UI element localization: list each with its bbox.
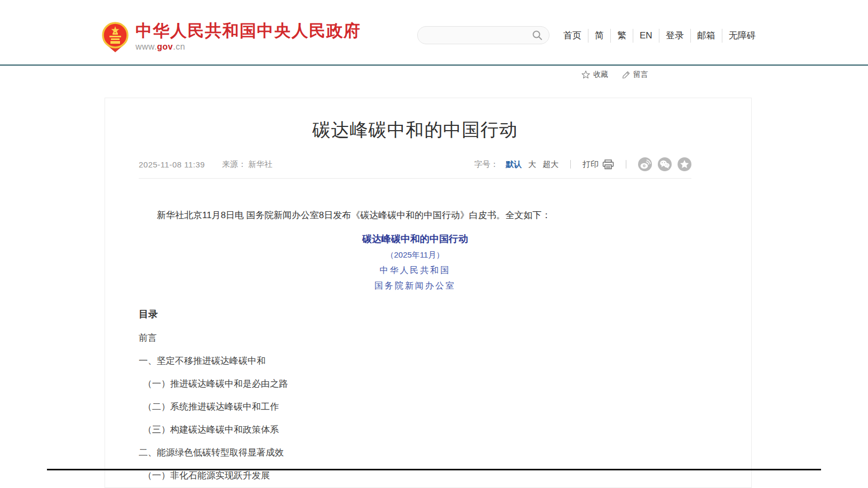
toc-item: 一、坚定不移推进碳达峰碳中和 xyxy=(139,356,691,366)
share-favorite-button[interactable] xyxy=(678,157,691,171)
fontsize-large-button[interactable]: 大 xyxy=(528,159,536,170)
document-title: 碳达峰碳中和的中国行动 xyxy=(139,231,691,247)
top-nav: 首页 简 繁 EN 登录 邮箱 无障碍 xyxy=(557,29,762,43)
nav-link[interactable]: 邮箱 xyxy=(690,29,722,43)
publish-date: 2025-11-08 11:39 xyxy=(139,160,205,169)
fontsize-default-button[interactable]: 默认 xyxy=(506,159,522,170)
site-logo[interactable]: 中华人民共和国中央人民政府 www.gov.cn xyxy=(101,21,361,52)
star-outline-icon xyxy=(582,70,590,79)
nav-link[interactable]: EN xyxy=(633,29,659,43)
search-icon[interactable] xyxy=(531,29,544,42)
page-title: 碳达峰碳中和的中国行动 xyxy=(139,118,691,141)
share-wechat-button[interactable] xyxy=(658,157,672,171)
search-input[interactable] xyxy=(426,31,531,39)
fontsize-xlarge-button[interactable]: 超大 xyxy=(543,159,559,170)
document-heading: 碳达峰碳中和的中国行动 （2025年11月） 中华人民共和国 国务院新闻办公室 xyxy=(139,231,691,293)
site-url-www: www. xyxy=(136,42,157,51)
source-value[interactable]: 新华社 xyxy=(248,159,272,169)
toc-item: （一）非化石能源实现跃升发展 xyxy=(139,470,691,481)
document-org-line2: 国务院新闻办公室 xyxy=(139,278,691,293)
site-url-cn: .cn xyxy=(173,42,185,51)
comment-label: 留言 xyxy=(633,70,648,79)
nav-link[interactable]: 登录 xyxy=(659,29,690,43)
document-org-line1: 中华人民共和国 xyxy=(139,262,691,278)
search-box[interactable] xyxy=(417,26,550,44)
toc-item: （三）构建碳达峰碳中和政策体系 xyxy=(139,425,691,435)
toc-heading: 目录 xyxy=(139,308,691,321)
favorite-label: 收藏 xyxy=(593,70,608,79)
share-weibo-button[interactable] xyxy=(638,157,652,171)
national-emblem-icon xyxy=(101,21,129,52)
site-title: 中华人民共和国中央人民政府 xyxy=(136,21,361,41)
wechat-icon xyxy=(658,157,672,171)
divider xyxy=(626,160,626,169)
article-card: 碳达峰碳中和的中国行动 2025-11-08 11:39 来源： 新华社 字号：… xyxy=(105,98,752,488)
favorite-button[interactable]: 收藏 xyxy=(582,70,608,79)
fontsize-label: 字号： xyxy=(474,159,498,170)
source: 来源： 新华社 xyxy=(222,159,272,170)
article-meta: 2025-11-08 11:39 来源： 新华社 字号： 默认 大 超大 打印 xyxy=(139,157,691,179)
pencil-icon xyxy=(622,71,630,79)
toc-item: 前言 xyxy=(139,333,691,343)
fontsize-controls: 默认 大 超大 xyxy=(506,159,559,170)
nav-link[interactable]: 无障碍 xyxy=(722,29,762,43)
site-header: 中华人民共和国中央人民政府 www.gov.cn 首页 简 繁 EN 登录 xyxy=(0,0,868,65)
divider xyxy=(570,160,571,169)
nav-link[interactable]: 繁 xyxy=(610,29,633,43)
toc-list: 前言 一、坚定不移推进碳达峰碳中和 （一）推进碳达峰碳中和是必由之路 （二）系统… xyxy=(139,333,691,481)
printer-icon xyxy=(602,159,614,170)
article-actions: 收藏 留言 xyxy=(582,70,648,79)
document-date: （2025年11月） xyxy=(139,247,691,262)
print-label: 打印 xyxy=(583,159,599,170)
comment-button[interactable]: 留言 xyxy=(622,70,648,79)
toc-item: （一）推进碳达峰碳中和是必由之路 xyxy=(139,379,691,389)
nav-link[interactable]: 首页 xyxy=(557,29,588,43)
toc-item: （二）系统推进碳达峰碳中和工作 xyxy=(139,402,691,412)
viewport-bottom-edge xyxy=(47,469,821,470)
toc-item: 二、能源绿色低碳转型取得显著成效 xyxy=(139,447,691,458)
star-icon xyxy=(678,157,691,171)
header-divider xyxy=(0,65,868,66)
lead-paragraph: 新华社北京11月8日电 国务院新闻办公室8日发布《碳达峰碳中和的中国行动》白皮书… xyxy=(139,208,691,222)
weibo-icon xyxy=(638,157,652,171)
site-url-gov: gov xyxy=(157,42,173,51)
nav-link[interactable]: 简 xyxy=(588,29,610,43)
site-url: www.gov.cn xyxy=(136,42,361,52)
source-label: 来源： xyxy=(222,159,246,169)
share-buttons xyxy=(638,157,691,171)
print-button[interactable]: 打印 xyxy=(583,159,614,170)
